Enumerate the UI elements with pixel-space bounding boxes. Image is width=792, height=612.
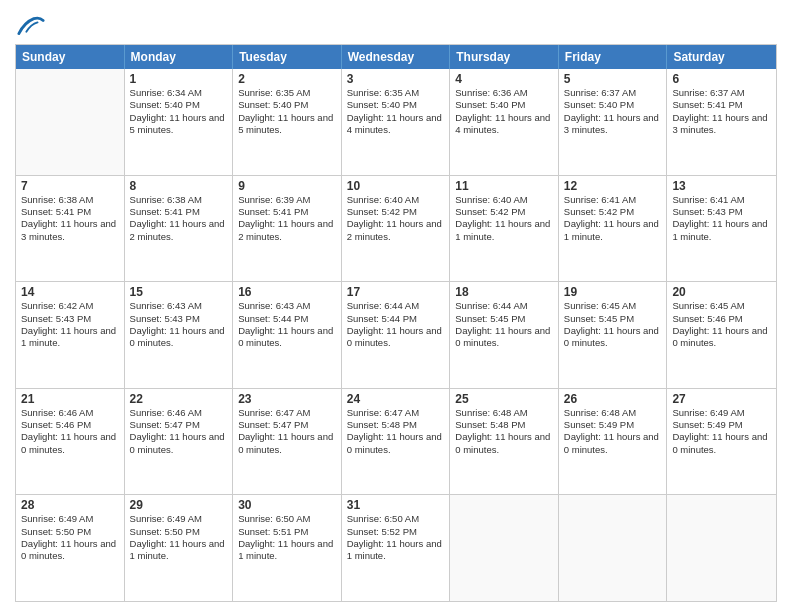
cell-info: Sunrise: 6:40 AMSunset: 5:42 PMDaylight:… xyxy=(347,194,445,243)
calendar-cell-17: 17Sunrise: 6:44 AMSunset: 5:44 PMDayligh… xyxy=(342,282,451,388)
cell-info: Sunrise: 6:48 AMSunset: 5:49 PMDaylight:… xyxy=(564,407,662,456)
calendar-row-4: 28Sunrise: 6:49 AMSunset: 5:50 PMDayligh… xyxy=(16,494,776,601)
calendar-row-0: 1Sunrise: 6:34 AMSunset: 5:40 PMDaylight… xyxy=(16,69,776,175)
calendar-cell-4: 4Sunrise: 6:36 AMSunset: 5:40 PMDaylight… xyxy=(450,69,559,175)
calendar-cell-9: 9Sunrise: 6:39 AMSunset: 5:41 PMDaylight… xyxy=(233,176,342,282)
day-number: 23 xyxy=(238,392,336,406)
calendar-cell-3: 3Sunrise: 6:35 AMSunset: 5:40 PMDaylight… xyxy=(342,69,451,175)
day-number: 24 xyxy=(347,392,445,406)
cell-info: Sunrise: 6:50 AMSunset: 5:52 PMDaylight:… xyxy=(347,513,445,562)
cell-info: Sunrise: 6:48 AMSunset: 5:48 PMDaylight:… xyxy=(455,407,553,456)
cell-info: Sunrise: 6:43 AMSunset: 5:43 PMDaylight:… xyxy=(130,300,228,349)
day-number: 17 xyxy=(347,285,445,299)
weekday-header-sunday: Sunday xyxy=(16,45,125,69)
day-number: 18 xyxy=(455,285,553,299)
day-number: 20 xyxy=(672,285,771,299)
cell-info: Sunrise: 6:37 AMSunset: 5:41 PMDaylight:… xyxy=(672,87,771,136)
cell-info: Sunrise: 6:40 AMSunset: 5:42 PMDaylight:… xyxy=(455,194,553,243)
calendar-row-2: 14Sunrise: 6:42 AMSunset: 5:43 PMDayligh… xyxy=(16,281,776,388)
calendar-cell-10: 10Sunrise: 6:40 AMSunset: 5:42 PMDayligh… xyxy=(342,176,451,282)
cell-info: Sunrise: 6:37 AMSunset: 5:40 PMDaylight:… xyxy=(564,87,662,136)
day-number: 2 xyxy=(238,72,336,86)
cell-info: Sunrise: 6:50 AMSunset: 5:51 PMDaylight:… xyxy=(238,513,336,562)
calendar-cell-24: 24Sunrise: 6:47 AMSunset: 5:48 PMDayligh… xyxy=(342,389,451,495)
cell-info: Sunrise: 6:34 AMSunset: 5:40 PMDaylight:… xyxy=(130,87,228,136)
cell-info: Sunrise: 6:47 AMSunset: 5:47 PMDaylight:… xyxy=(238,407,336,456)
day-number: 31 xyxy=(347,498,445,512)
header xyxy=(15,10,777,38)
calendar-cell-22: 22Sunrise: 6:46 AMSunset: 5:47 PMDayligh… xyxy=(125,389,234,495)
day-number: 25 xyxy=(455,392,553,406)
calendar-row-3: 21Sunrise: 6:46 AMSunset: 5:46 PMDayligh… xyxy=(16,388,776,495)
weekday-header-wednesday: Wednesday xyxy=(342,45,451,69)
weekday-header-monday: Monday xyxy=(125,45,234,69)
cell-info: Sunrise: 6:46 AMSunset: 5:47 PMDaylight:… xyxy=(130,407,228,456)
calendar-cell-11: 11Sunrise: 6:40 AMSunset: 5:42 PMDayligh… xyxy=(450,176,559,282)
day-number: 14 xyxy=(21,285,119,299)
calendar-body: 1Sunrise: 6:34 AMSunset: 5:40 PMDaylight… xyxy=(16,69,776,601)
cell-info: Sunrise: 6:38 AMSunset: 5:41 PMDaylight:… xyxy=(21,194,119,243)
calendar-cell-13: 13Sunrise: 6:41 AMSunset: 5:43 PMDayligh… xyxy=(667,176,776,282)
calendar-cell-1: 1Sunrise: 6:34 AMSunset: 5:40 PMDaylight… xyxy=(125,69,234,175)
logo-icon xyxy=(17,14,45,42)
weekday-header-tuesday: Tuesday xyxy=(233,45,342,69)
weekday-header-saturday: Saturday xyxy=(667,45,776,69)
day-number: 15 xyxy=(130,285,228,299)
calendar-cell-14: 14Sunrise: 6:42 AMSunset: 5:43 PMDayligh… xyxy=(16,282,125,388)
day-number: 30 xyxy=(238,498,336,512)
calendar-cell-29: 29Sunrise: 6:49 AMSunset: 5:50 PMDayligh… xyxy=(125,495,234,601)
cell-info: Sunrise: 6:41 AMSunset: 5:42 PMDaylight:… xyxy=(564,194,662,243)
calendar-cell-5: 5Sunrise: 6:37 AMSunset: 5:40 PMDaylight… xyxy=(559,69,668,175)
day-number: 9 xyxy=(238,179,336,193)
calendar-cell-15: 15Sunrise: 6:43 AMSunset: 5:43 PMDayligh… xyxy=(125,282,234,388)
day-number: 5 xyxy=(564,72,662,86)
cell-info: Sunrise: 6:45 AMSunset: 5:46 PMDaylight:… xyxy=(672,300,771,349)
calendar: SundayMondayTuesdayWednesdayThursdayFrid… xyxy=(15,44,777,602)
day-number: 13 xyxy=(672,179,771,193)
calendar-cell-21: 21Sunrise: 6:46 AMSunset: 5:46 PMDayligh… xyxy=(16,389,125,495)
logo xyxy=(15,14,45,38)
calendar-cell-empty-4-6 xyxy=(667,495,776,601)
calendar-cell-28: 28Sunrise: 6:49 AMSunset: 5:50 PMDayligh… xyxy=(16,495,125,601)
cell-info: Sunrise: 6:39 AMSunset: 5:41 PMDaylight:… xyxy=(238,194,336,243)
day-number: 11 xyxy=(455,179,553,193)
calendar-cell-23: 23Sunrise: 6:47 AMSunset: 5:47 PMDayligh… xyxy=(233,389,342,495)
cell-info: Sunrise: 6:47 AMSunset: 5:48 PMDaylight:… xyxy=(347,407,445,456)
calendar-cell-26: 26Sunrise: 6:48 AMSunset: 5:49 PMDayligh… xyxy=(559,389,668,495)
cell-info: Sunrise: 6:42 AMSunset: 5:43 PMDaylight:… xyxy=(21,300,119,349)
cell-info: Sunrise: 6:38 AMSunset: 5:41 PMDaylight:… xyxy=(130,194,228,243)
calendar-cell-25: 25Sunrise: 6:48 AMSunset: 5:48 PMDayligh… xyxy=(450,389,559,495)
calendar-cell-16: 16Sunrise: 6:43 AMSunset: 5:44 PMDayligh… xyxy=(233,282,342,388)
day-number: 22 xyxy=(130,392,228,406)
day-number: 8 xyxy=(130,179,228,193)
cell-info: Sunrise: 6:41 AMSunset: 5:43 PMDaylight:… xyxy=(672,194,771,243)
day-number: 19 xyxy=(564,285,662,299)
calendar-cell-empty-4-4 xyxy=(450,495,559,601)
calendar-cell-8: 8Sunrise: 6:38 AMSunset: 5:41 PMDaylight… xyxy=(125,176,234,282)
day-number: 29 xyxy=(130,498,228,512)
day-number: 28 xyxy=(21,498,119,512)
day-number: 7 xyxy=(21,179,119,193)
calendar-cell-20: 20Sunrise: 6:45 AMSunset: 5:46 PMDayligh… xyxy=(667,282,776,388)
day-number: 27 xyxy=(672,392,771,406)
cell-info: Sunrise: 6:49 AMSunset: 5:50 PMDaylight:… xyxy=(130,513,228,562)
day-number: 12 xyxy=(564,179,662,193)
cell-info: Sunrise: 6:44 AMSunset: 5:45 PMDaylight:… xyxy=(455,300,553,349)
calendar-cell-30: 30Sunrise: 6:50 AMSunset: 5:51 PMDayligh… xyxy=(233,495,342,601)
cell-info: Sunrise: 6:49 AMSunset: 5:49 PMDaylight:… xyxy=(672,407,771,456)
calendar-cell-empty-4-5 xyxy=(559,495,668,601)
cell-info: Sunrise: 6:45 AMSunset: 5:45 PMDaylight:… xyxy=(564,300,662,349)
cell-info: Sunrise: 6:46 AMSunset: 5:46 PMDaylight:… xyxy=(21,407,119,456)
day-number: 4 xyxy=(455,72,553,86)
calendar-cell-27: 27Sunrise: 6:49 AMSunset: 5:49 PMDayligh… xyxy=(667,389,776,495)
calendar-cell-empty-0-0 xyxy=(16,69,125,175)
day-number: 26 xyxy=(564,392,662,406)
calendar-cell-18: 18Sunrise: 6:44 AMSunset: 5:45 PMDayligh… xyxy=(450,282,559,388)
day-number: 10 xyxy=(347,179,445,193)
weekday-header-thursday: Thursday xyxy=(450,45,559,69)
day-number: 3 xyxy=(347,72,445,86)
calendar-cell-19: 19Sunrise: 6:45 AMSunset: 5:45 PMDayligh… xyxy=(559,282,668,388)
calendar-cell-12: 12Sunrise: 6:41 AMSunset: 5:42 PMDayligh… xyxy=(559,176,668,282)
page: SundayMondayTuesdayWednesdayThursdayFrid… xyxy=(0,0,792,612)
weekday-header-friday: Friday xyxy=(559,45,668,69)
